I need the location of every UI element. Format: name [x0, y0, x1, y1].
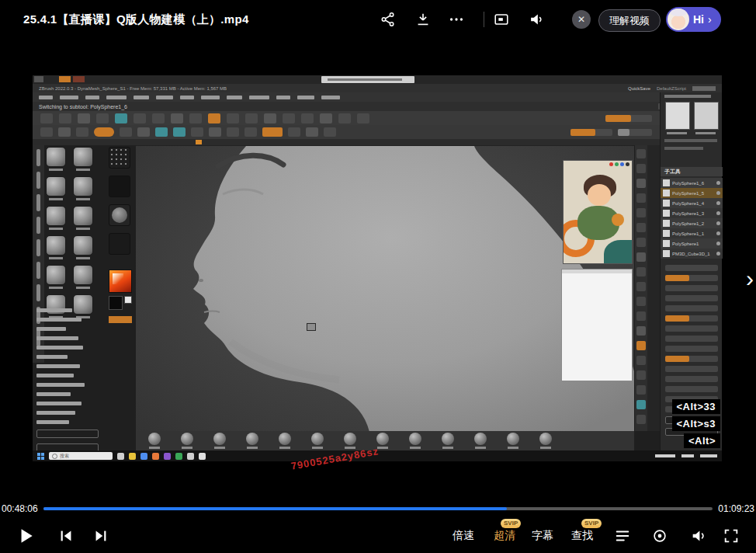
- zb-shelf-label: [214, 447, 225, 449]
- decor: [73, 76, 85, 82]
- taskbar-app-icon: [164, 453, 171, 460]
- zb-shelf-label: [442, 447, 453, 449]
- zb-menu-entry: [36, 402, 81, 405]
- zb-shelf-cell: [442, 433, 454, 449]
- zb-visibility-eye: [716, 221, 720, 225]
- zb-shelf-thumb: [213, 433, 226, 445]
- zb-panel-slider: [665, 275, 718, 281]
- zb-shelf-label: [279, 447, 290, 449]
- zb-window-controls: [692, 86, 716, 91]
- chevron-right-icon: ›: [708, 13, 712, 26]
- speaker-icon[interactable]: [528, 11, 545, 28]
- progress-bar[interactable]: [43, 507, 713, 510]
- speed-button[interactable]: 倍速: [453, 529, 474, 543]
- previous-episode-button[interactable]: [57, 527, 75, 544]
- download-icon[interactable]: [414, 11, 432, 28]
- zb-slider-fill: [665, 315, 689, 322]
- zb-brush-thumb: [73, 147, 93, 167]
- zb-strip-thumb: [109, 233, 130, 255]
- zb-shelf-icon: [636, 208, 646, 217]
- zb-shelf-icon: [636, 400, 646, 409]
- zb-visibility-eye: [716, 242, 720, 245]
- zb-menu-box: [36, 430, 99, 438]
- zb-visibility-eye: [716, 231, 720, 235]
- zb-subtool-row: PolySphere1_3: [661, 208, 723, 218]
- zb-panel-slider: [665, 315, 718, 322]
- svip-badge: SVIP: [501, 519, 521, 528]
- zb-tool-panel: 子工具 PolySphere1_6PolySphere1_5PolySphere…: [660, 92, 722, 450]
- zb-menu-item: [134, 96, 149, 99]
- zb-panel-slider: [665, 356, 718, 362]
- volume-icon[interactable]: [690, 527, 707, 544]
- zb-polypaint-dots: [609, 162, 629, 166]
- zb-shelf-icon: [636, 341, 646, 350]
- subtitle-button[interactable]: 字幕: [532, 529, 553, 543]
- zb-subtool-row: PolySphere1_4: [661, 198, 723, 208]
- zb-fill-button: [109, 316, 132, 323]
- zb-shelf-icon: [636, 311, 646, 321]
- video-frame-zbrush[interactable]: ZBrush 2022.0.3 - DynaMesh_Sphere_S1 - F…: [33, 75, 722, 461]
- zb-menu-entry: [36, 355, 68, 359]
- taskbar-app-icon: [140, 453, 147, 460]
- taskbar-search-label: 搜索: [60, 453, 69, 460]
- zb-brush-cell: [46, 235, 66, 259]
- zb-toolbar-button: [227, 127, 239, 137]
- zb-slider-fill: [665, 275, 689, 281]
- zb-shelf-icon: [636, 267, 646, 276]
- zb-brush-thumb: [46, 147, 66, 167]
- user-avatar: [668, 9, 689, 30]
- zb-tool-thumb: [694, 102, 719, 130]
- zb-white-panel: [561, 269, 633, 381]
- zb-shelf-cell: [376, 433, 389, 449]
- zb-toolbar-button: [288, 127, 300, 137]
- zb-visibility-eye: [716, 191, 720, 195]
- zb-strip-thumb: [109, 176, 130, 197]
- next-episode-chevron[interactable]: ›: [746, 267, 754, 290]
- zb-menu-item: [276, 96, 290, 99]
- zb-brush-cell: [46, 176, 66, 200]
- zb-brush-cell: [73, 235, 93, 259]
- zb-toolbar-button: [283, 113, 295, 123]
- zb-timeline-marker: [196, 140, 202, 144]
- zb-color-picker: [109, 270, 132, 293]
- zb-shelf-cell: [409, 433, 421, 449]
- zb-shelf-label: [540, 447, 551, 449]
- hi-login-button[interactable]: Hi ›: [666, 7, 721, 32]
- zb-palette-tab: [36, 194, 40, 211]
- pip-icon[interactable]: [493, 11, 510, 28]
- zb-toolbar-button: [244, 127, 257, 137]
- zb-shelf-icon: [636, 326, 646, 336]
- zb-visibility-eye: [716, 211, 720, 215]
- zb-palette-tab: [36, 262, 40, 279]
- find-button[interactable]: 查找 SVIP: [571, 529, 593, 543]
- zb-toolbar-button: [40, 113, 53, 123]
- zb-menu-entry: [36, 411, 75, 415]
- zb-menu-item: [180, 96, 194, 99]
- record-icon[interactable]: [651, 527, 668, 544]
- zb-brush-cell: [73, 206, 93, 230]
- zb-active-tab: [321, 76, 414, 83]
- fullscreen-icon[interactable]: [723, 527, 740, 544]
- zb-slider-fill: [570, 129, 595, 136]
- quality-button[interactable]: 超清 SVIP: [494, 529, 515, 543]
- more-icon[interactable]: [448, 11, 465, 28]
- zb-toolbar-button: [306, 127, 318, 137]
- decor: [664, 139, 717, 142]
- zb-subtool-name: PolySphere1_1: [672, 231, 714, 236]
- video-player-window: 25.4.1【直播课】Q版人物建模（上）.mp4 ✕ 理解视频 Hi ›: [0, 0, 756, 553]
- decor: [328, 78, 402, 81]
- playlist-icon[interactable]: [614, 527, 631, 544]
- close-button[interactable]: ✕: [572, 10, 591, 29]
- zb-subtool-thumb: [663, 220, 670, 227]
- zb-panel-slider: [665, 305, 718, 311]
- zb-shelf-thumb: [376, 433, 389, 445]
- next-episode-button[interactable]: [92, 527, 109, 544]
- progress-fill: [43, 507, 507, 510]
- zb-sculpt-model: [136, 146, 634, 432]
- zb-brush-cell: [73, 265, 93, 289]
- understand-video-button[interactable]: 理解视频: [598, 9, 661, 32]
- zb-toolbar-button: [58, 127, 71, 137]
- zb-subtool-row: PM3D_Cube3D_1: [661, 249, 723, 259]
- play-button[interactable]: [16, 526, 36, 546]
- share-icon[interactable]: [380, 11, 397, 28]
